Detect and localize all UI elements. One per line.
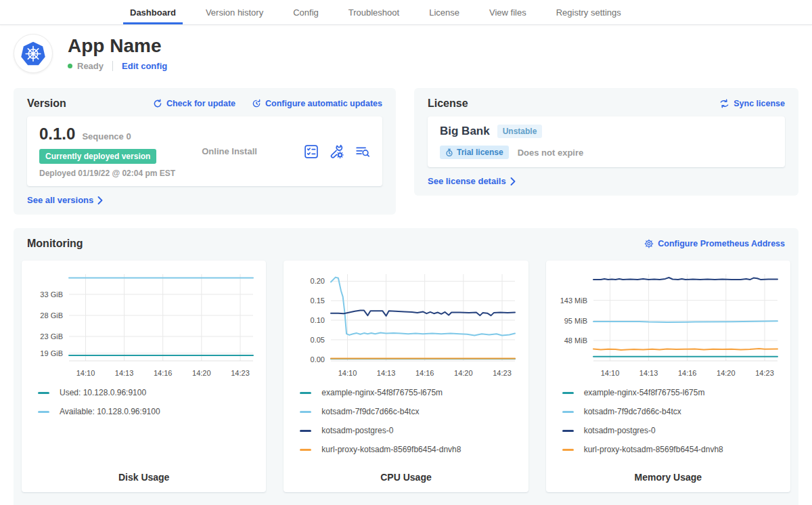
license-name-row: Big Bank Unstable <box>440 125 773 138</box>
memory-usage-chart-card: 14:1014:1314:1614:2014:23143 MiB95 MiB48… <box>546 261 790 492</box>
version-number: 0.1.0 <box>39 125 75 144</box>
svg-text:33 GiB: 33 GiB <box>40 290 63 299</box>
app-status: Ready <box>77 61 104 71</box>
current-version-card: 0.1.0 Sequence 0 Currently deployed vers… <box>27 116 382 186</box>
chevron-right-icon <box>510 177 516 185</box>
license-expiry: Does not expire <box>518 148 584 158</box>
chart-legend: example-nginx-54f8f76755-l675mkotsadm-7f… <box>553 388 784 454</box>
schedule-update-icon <box>252 99 261 108</box>
svg-text:0.05: 0.05 <box>311 336 325 344</box>
see-all-versions-link[interactable]: See all versions <box>27 195 103 205</box>
legend-item: Used: 10.128.0.96:9100 <box>38 388 259 397</box>
check-for-update-button[interactable]: Check for update <box>153 99 235 108</box>
deployed-timestamp: Deployed 01/19/22 @ 02:04 pm EST <box>39 169 175 178</box>
chart-title: Memory Usage <box>553 468 784 484</box>
version-panel-links: Check for update Configure automatic upd… <box>153 99 382 108</box>
version-actions <box>304 144 370 159</box>
svg-text:14:13: 14:13 <box>115 369 134 377</box>
legend-item: kurl-proxy-kotsadm-8569fb6454-dnvh8 <box>562 445 784 454</box>
svg-text:14:20: 14:20 <box>192 369 211 377</box>
config-wrench-icon[interactable] <box>330 144 344 159</box>
legend-color-dash <box>300 449 311 451</box>
legend-color-dash <box>38 392 49 394</box>
legend-label: Available: 10.128.0.96:9100 <box>60 407 160 416</box>
view-logs-icon[interactable] <box>355 144 370 159</box>
kubernetes-icon <box>18 38 49 69</box>
app-title: App Name <box>68 36 167 57</box>
license-panel-title: License <box>428 97 468 110</box>
svg-text:28 GiB: 28 GiB <box>40 311 63 320</box>
stopwatch-icon <box>445 148 453 157</box>
legend-color-dash <box>38 411 49 413</box>
legend-item: example-nginx-54f8f76755-l675m <box>300 388 521 397</box>
legend-item: kotsadm-postgres-0 <box>562 426 784 435</box>
tab-version-history[interactable]: Version history <box>199 0 270 24</box>
tab-view-files[interactable]: View files <box>482 0 533 24</box>
chart-legend: Used: 10.128.0.96:9100Available: 10.128.… <box>28 388 259 416</box>
version-sequence: Sequence 0 <box>82 131 131 141</box>
version-info: 0.1.0 Sequence 0 Currently deployed vers… <box>39 125 175 178</box>
svg-text:0.15: 0.15 <box>311 297 325 305</box>
preflight-checks-icon[interactable] <box>304 144 319 159</box>
status-dot-icon <box>68 64 72 68</box>
nav-tabs: DashboardVersion historyConfigTroublesho… <box>115 0 636 24</box>
svg-text:14:10: 14:10 <box>76 369 95 377</box>
chevron-right-icon <box>97 196 103 204</box>
svg-text:143 MiB: 143 MiB <box>560 297 587 305</box>
configure-automatic-updates-button[interactable]: Configure automatic updates <box>252 99 382 108</box>
legend-color-dash <box>562 430 574 432</box>
charts-row: 14:1014:1314:1614:2014:2333 GiB28 GiB23 … <box>22 261 790 492</box>
legend-item: kotsadm-7f9dc7d66c-b4tcx <box>300 407 521 416</box>
tab-dashboard[interactable]: Dashboard <box>123 0 183 24</box>
license-details-card: Big Bank Unstable Trial license <box>428 116 785 167</box>
cpu-usage-chart-card: 14:1014:1314:1614:2014:230.200.150.100.0… <box>284 261 528 492</box>
monitoring-panel: Monitoring Configure Prometheus Address … <box>14 228 798 505</box>
chart-title: Disk Usage <box>28 468 259 484</box>
cards-row: Version Check for update <box>14 88 798 215</box>
chart-svg[interactable]: 14:1014:1314:1614:2014:230.200.150.100.0… <box>290 267 520 381</box>
channel-badge: Unstable <box>497 125 543 138</box>
configure-prometheus-button[interactable]: Configure Prometheus Address <box>644 239 785 248</box>
svg-text:14:16: 14:16 <box>415 369 434 377</box>
version-panel-title: Version <box>27 97 66 110</box>
svg-text:14:20: 14:20 <box>454 369 473 377</box>
app-logo <box>14 34 53 73</box>
app-status-row: Ready Edit config <box>68 61 167 71</box>
legend-label: kotsadm-postgres-0 <box>321 426 393 435</box>
tab-troubleshoot[interactable]: Troubleshoot <box>342 0 406 24</box>
edit-config-link[interactable]: Edit config <box>122 61 167 71</box>
legend-color-dash <box>300 392 311 394</box>
svg-text:95 MiB: 95 MiB <box>564 317 587 325</box>
legend-color-dash <box>300 430 311 432</box>
legend-color-dash <box>562 449 574 451</box>
version-panel-header: Version Check for update <box>27 97 382 110</box>
tab-registry-settings[interactable]: Registry settings <box>549 0 628 24</box>
version-panel: Version Check for update <box>14 88 396 215</box>
tab-config[interactable]: Config <box>286 0 325 24</box>
page-content: App Name Ready Edit config Version <box>0 34 812 505</box>
app-title-block: App Name Ready Edit config <box>68 36 167 72</box>
legend-color-dash <box>562 411 574 413</box>
chart-plot[interactable]: 14:1014:1314:1614:2014:2333 GiB28 GiB23 … <box>28 267 259 381</box>
svg-text:14:13: 14:13 <box>639 369 658 377</box>
chart-svg[interactable]: 14:1014:1314:1614:2014:23143 MiB95 MiB48… <box>553 267 783 381</box>
tab-license[interactable]: License <box>422 0 466 24</box>
chart-svg[interactable]: 14:1014:1314:1614:2014:2333 GiB28 GiB23 … <box>28 267 258 381</box>
see-license-details-link[interactable]: See license details <box>428 176 516 186</box>
deployed-version-badge: Currently deployed version <box>39 149 156 164</box>
legend-item: Available: 10.128.0.96:9100 <box>38 407 259 416</box>
svg-text:14:13: 14:13 <box>377 369 396 377</box>
chart-plot[interactable]: 14:1014:1314:1614:2014:23143 MiB95 MiB48… <box>553 267 784 381</box>
license-panel: License Sync license Big Bank <box>414 88 798 196</box>
chart-plot[interactable]: 14:1014:1314:1614:2014:230.200.150.100.0… <box>290 267 521 381</box>
sync-icon <box>719 99 729 108</box>
svg-text:14:23: 14:23 <box>493 369 512 377</box>
see-all-versions-row: See all versions <box>27 195 382 205</box>
license-meta-row: Trial license Does not expire <box>440 146 773 159</box>
svg-text:14:23: 14:23 <box>755 369 774 377</box>
license-panel-header: License Sync license <box>428 97 785 110</box>
legend-item: kurl-proxy-kotsadm-8569fb6454-dnvh8 <box>300 445 521 454</box>
sync-license-button[interactable]: Sync license <box>719 99 785 108</box>
see-license-details-row: See license details <box>428 176 785 186</box>
legend-label: kurl-proxy-kotsadm-8569fb6454-dnvh8 <box>584 445 723 454</box>
